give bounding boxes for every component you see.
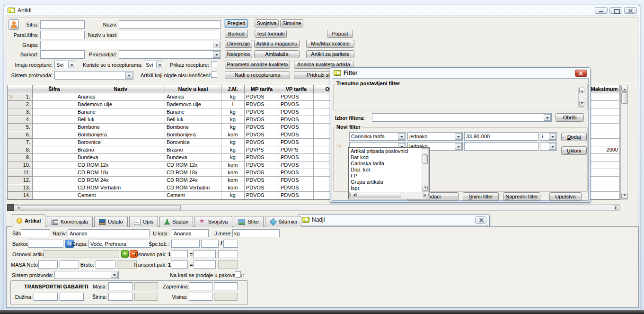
row-selector[interactable]: 10.	[8, 161, 33, 169]
row-selector[interactable]: 14.	[8, 192, 33, 199]
scroll-right-icon[interactable]	[423, 193, 429, 197]
d-sifra-input[interactable]	[21, 229, 50, 237]
sifra-input[interactable]	[40, 20, 85, 29]
h-scroll-thumb[interactable]	[356, 193, 401, 197]
filter-field-option[interactable]: Carinska tarifa	[349, 161, 422, 167]
chevron-down-icon[interactable]	[213, 51, 220, 58]
chevron-down-icon[interactable]	[213, 42, 220, 48]
visina-input[interactable]	[189, 293, 212, 301]
imaju-recepture-select[interactable]: Svi	[54, 61, 76, 69]
column-header[interactable]: MP tarifa	[245, 85, 279, 93]
chevron-down-icon[interactable]	[111, 272, 118, 278]
row-selector[interactable]: 4.	[8, 116, 33, 124]
filter-field-select-1[interactable]: Carinska tarifa	[349, 132, 406, 141]
grupa-select[interactable]	[40, 41, 221, 49]
minimize-button[interactable]	[595, 7, 608, 14]
izbor-filtera-select[interactable]	[372, 113, 552, 122]
masa-input[interactable]	[108, 282, 133, 290]
row-selector[interactable]: ☞1.	[8, 93, 33, 101]
nekorisceni-checkbox[interactable]	[211, 72, 217, 78]
napredni-filter-button[interactable]: Napredni filter	[503, 192, 540, 201]
scroll-up-icon[interactable]	[579, 88, 584, 93]
dropdown-h-scrollbar[interactable]	[349, 192, 430, 198]
uputstvo-button[interactable]: Uputstvo	[549, 192, 582, 201]
nadji-u-recepturama-button[interactable]: Nađi u recepturama	[225, 71, 290, 79]
v-scrollbar[interactable]	[620, 85, 628, 200]
h-scroll-thumb[interactable]	[21, 205, 181, 210]
snimi-filter-button[interactable]: Snimi filter	[463, 192, 499, 201]
artikli-titlebar[interactable]: Artikli	[4, 5, 640, 15]
d-naziv-input[interactable]	[68, 229, 150, 237]
filter-logic-select-2[interactable]	[540, 142, 557, 151]
duzina-input-2[interactable]	[60, 293, 84, 301]
d-spc-tez-input-1[interactable]	[171, 240, 200, 248]
row-selector[interactable]: 6.	[8, 131, 33, 139]
filter-text-scrollbar[interactable]	[578, 87, 585, 108]
column-header[interactable]: Naziv	[76, 85, 165, 93]
sirovine-button[interactable]: Sirovine	[280, 19, 303, 27]
filter-logic-select-1[interactable]: i	[540, 132, 557, 141]
ukloni-button[interactable]: Ukloni	[561, 146, 587, 155]
artikli-za-paritete-button[interactable]: Artikli za paritete	[306, 50, 354, 58]
column-header[interactable]: J.M.	[221, 85, 245, 93]
row-selector[interactable]: 3.	[8, 108, 33, 116]
scroll-left-icon[interactable]	[15, 205, 20, 210]
d-u-kasi-input[interactable]	[172, 229, 209, 237]
tab-slike[interactable]: Slike	[234, 216, 264, 227]
tab-ostalo[interactable]: Ostalo	[94, 216, 128, 227]
filter-field-option[interactable]: Grupa artikala	[349, 179, 422, 185]
filter-field-option[interactable]: Artikal pripada poslovnici	[349, 148, 422, 154]
chevron-down-icon[interactable]	[398, 133, 405, 140]
barkod-input[interactable]	[40, 50, 85, 59]
tab-sastav[interactable]: Sastav	[159, 216, 193, 227]
maximize-button[interactable]	[609, 7, 622, 14]
tab-komercijala[interactable]: Komercijala	[47, 216, 92, 227]
add-icon[interactable]: +	[121, 250, 129, 258]
filter-field-option[interactable]: Dop. kol.	[349, 167, 422, 173]
v-scroll-thumb[interactable]	[621, 92, 627, 104]
d-spc-tez-input-2[interactable]	[201, 240, 219, 248]
sirina-input[interactable]	[108, 293, 133, 301]
tab-šifarnici[interactable]: Šifarnici	[265, 216, 301, 227]
column-header[interactable]: Maksimum	[589, 85, 620, 93]
row-selector[interactable]: 11.	[8, 169, 33, 177]
naziv-u-kasi-input[interactable]	[119, 31, 221, 39]
row-selector[interactable]: 2.	[8, 101, 33, 108]
popust-button[interactable]: Popust	[327, 30, 353, 38]
zapremina-input[interactable]	[189, 282, 212, 290]
artikli-u-magacinu-button[interactable]: Artikli u magacinu	[254, 40, 300, 48]
chevron-down-icon[interactable]	[455, 133, 462, 140]
column-header[interactable]	[8, 85, 33, 93]
v-scroll-thumb[interactable]	[423, 154, 428, 164]
row-selector[interactable]: 12.	[8, 177, 33, 184]
pregled-button[interactable]: Pregled	[225, 19, 248, 27]
duzina-input[interactable]	[34, 293, 58, 301]
test-formule-button[interactable]: Test formule	[255, 30, 287, 38]
row-selector[interactable]: 13.	[8, 184, 33, 192]
row-selector[interactable]: 5.	[8, 124, 33, 131]
d-jmere-input[interactable]	[232, 229, 280, 237]
koriste-se-select[interactable]: Svi	[144, 61, 164, 69]
na-kasi-checkbox[interactable]	[235, 271, 241, 278]
ambalaza-button[interactable]: Ambalaža	[254, 50, 300, 58]
close-icon[interactable]	[575, 70, 587, 77]
filter-field-option[interactable]: Ispr.	[349, 185, 422, 191]
row-selector[interactable]: 8.	[8, 146, 33, 154]
d-osnovno-pak-input-1[interactable]	[171, 250, 188, 258]
d-masa-neto-input-1[interactable]	[38, 260, 58, 269]
d-grupa-input[interactable]	[88, 240, 151, 248]
filter-value-input-1[interactable]	[464, 132, 538, 141]
prikaz-recepture-checkbox[interactable]	[211, 61, 217, 67]
row-selector[interactable]: 9.	[8, 154, 33, 161]
column-header[interactable]: Šifra	[33, 85, 76, 93]
obrisi-button[interactable]: Obriši	[556, 113, 584, 122]
dropdown-v-scrollbar[interactable]	[422, 148, 429, 192]
dodaj-button[interactable]: Dodaj	[561, 133, 587, 141]
d-transport-pak-input-1[interactable]	[171, 260, 188, 269]
tab-svojstva[interactable]: Svojstva	[194, 216, 233, 227]
d-transport-pak-input-2[interactable]	[194, 260, 216, 269]
chevron-down-icon[interactable]	[455, 143, 462, 150]
chevron-down-icon[interactable]	[68, 62, 75, 68]
svojstva-button[interactable]: Svojstva	[255, 19, 279, 27]
filter-titlebar[interactable]: Filter	[330, 68, 590, 78]
